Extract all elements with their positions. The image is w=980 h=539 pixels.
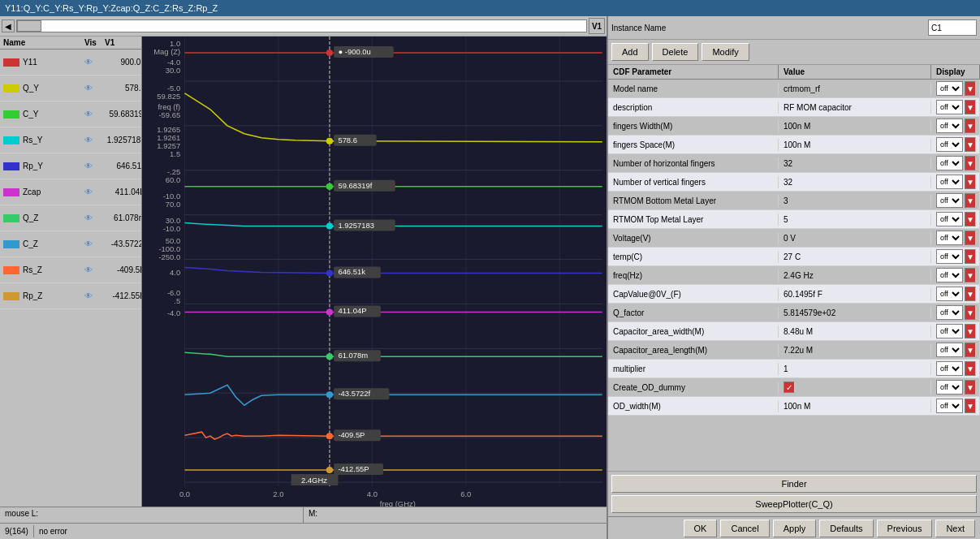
instance-name-input[interactable] <box>928 19 977 36</box>
param-value[interactable]: 5 <box>779 213 931 226</box>
display-dropdown[interactable]: off on <box>936 287 963 301</box>
red-dropdown-arrow[interactable]: ▼ <box>965 324 976 338</box>
display-dropdown[interactable]: off on <box>936 380 963 395</box>
previous-button[interactable]: Previous <box>877 520 933 537</box>
display-dropdown[interactable]: off on <box>936 361 963 376</box>
legend-visibility[interactable]: 👁 <box>84 58 105 67</box>
display-dropdown[interactable]: off on <box>936 175 963 189</box>
svg-text:-4.0: -4.0 <box>167 310 180 318</box>
display-dropdown[interactable]: off on <box>936 212 963 226</box>
display-dropdown[interactable]: off on <box>936 81 963 96</box>
param-value[interactable]: 32 <box>779 176 931 188</box>
param-value[interactable]: 8.48u M <box>779 326 931 338</box>
legend-visibility[interactable]: 👁 <box>84 110 105 119</box>
bottom-buttons: OK Cancel Apply Defaults Previous Next <box>608 516 980 539</box>
svg-text:1.9257: 1.9257 <box>157 142 180 150</box>
red-dropdown-arrow[interactable]: ▼ <box>965 305 976 320</box>
red-dropdown-arrow[interactable]: ▼ <box>965 137 976 152</box>
param-name: fingers Width(M) <box>608 120 779 132</box>
scrollbar[interactable] <box>16 19 587 32</box>
legend-item-name: C_Y <box>3 110 84 119</box>
param-name: fingers Space(M) <box>608 139 779 151</box>
defaults-button[interactable]: Defaults <box>819 520 873 537</box>
display-dropdown[interactable]: off on <box>936 193 963 208</box>
display-dropdown[interactable]: off on <box>936 137 963 152</box>
legend-item: Q_Z 👁 61.078m <box>0 205 141 231</box>
red-dropdown-arrow[interactable]: ▼ <box>965 249 976 264</box>
legend-visibility[interactable]: 👁 <box>84 213 105 222</box>
display-dropdown[interactable]: off on <box>936 231 963 245</box>
red-dropdown-arrow[interactable]: ▼ <box>965 231 976 245</box>
svg-text:70.0: 70.0 <box>166 201 180 209</box>
display-dropdown[interactable]: off on <box>936 100 963 114</box>
cancel-button[interactable]: Cancel <box>720 520 769 537</box>
param-value[interactable]: 27 C <box>779 251 931 263</box>
red-dropdown-arrow[interactable]: ▼ <box>965 119 976 133</box>
next-button[interactable]: Next <box>935 520 975 537</box>
legend-header: Name Vis V1 <box>0 37 141 50</box>
display-dropdown[interactable]: off on <box>936 268 963 282</box>
legend-visibility[interactable]: 👁 <box>84 84 105 93</box>
red-dropdown-arrow[interactable]: ▼ <box>965 175 976 189</box>
legend-visibility[interactable]: 👁 <box>84 136 105 144</box>
error-count: 9(164) <box>0 525 34 537</box>
param-value[interactable]: 60.1495f F <box>779 288 931 300</box>
delete-button[interactable]: Delete <box>652 43 699 61</box>
add-button[interactable]: Add <box>611 43 649 61</box>
scroll-thumb[interactable] <box>17 20 41 32</box>
red-dropdown-arrow[interactable]: ▼ <box>965 268 976 282</box>
param-value[interactable]: 3 <box>779 195 931 207</box>
display-dropdown[interactable]: off on <box>936 249 963 264</box>
red-dropdown-arrow[interactable]: ▼ <box>965 156 976 170</box>
param-value[interactable]: RF MOM capacitor <box>779 101 931 114</box>
display-dropdown[interactable]: off on <box>936 119 963 133</box>
param-value[interactable]: ✓ <box>779 380 931 395</box>
table-row: fingers Space(M) 100n M off on ▼ <box>608 136 980 154</box>
display-dropdown-cell: off on ▼ <box>931 248 980 265</box>
param-value[interactable]: 2.4G Hz <box>779 270 931 282</box>
param-value[interactable]: 7.22u M <box>779 344 931 356</box>
red-dropdown-arrow[interactable]: ▼ <box>965 212 976 226</box>
param-value[interactable]: 5.814579e+02 <box>779 307 931 319</box>
legend-visibility[interactable]: 👁 <box>84 162 105 170</box>
apply-button[interactable]: Apply <box>773 520 817 537</box>
sweep-plotter-button[interactable]: SweepPlotter(C_Q) <box>611 495 977 513</box>
svg-text:-.25: -.25 <box>167 168 180 176</box>
svg-text:61.078m: 61.078m <box>338 352 368 360</box>
ok-button[interactable]: OK <box>684 520 718 537</box>
modify-button[interactable]: Modify <box>702 43 749 61</box>
svg-text:-412.55P: -412.55P <box>338 465 369 473</box>
param-value[interactable]: 1 <box>779 363 931 375</box>
red-dropdown-arrow[interactable]: ▼ <box>965 193 976 208</box>
param-value[interactable]: 100n M <box>779 400 931 412</box>
red-dropdown-arrow[interactable]: ▼ <box>965 361 976 376</box>
red-dropdown-arrow[interactable]: ▼ <box>965 399 976 413</box>
legend-visibility[interactable]: 👁 <box>84 239 105 248</box>
display-dropdown[interactable]: off on <box>936 324 963 338</box>
param-value[interactable]: crtmom_rf <box>779 83 931 95</box>
red-dropdown-arrow[interactable]: ▼ <box>965 380 976 395</box>
legend-visibility[interactable]: 👁 <box>84 291 105 300</box>
checkbox-create-od[interactable]: ✓ <box>784 382 795 393</box>
param-value[interactable]: 100n M <box>779 139 931 151</box>
param-value[interactable]: 100n M <box>779 120 931 132</box>
red-dropdown-arrow[interactable]: ▼ <box>965 100 976 114</box>
param-value[interactable]: 32 <box>779 157 931 170</box>
scroll-left-arrow[interactable]: ◀ <box>2 19 15 32</box>
display-dropdown-cell: off on ▼ <box>931 117 980 135</box>
param-value[interactable]: 0 V <box>779 232 931 244</box>
display-dropdown[interactable]: off on <box>936 156 963 170</box>
legend-color-swatch <box>3 292 19 300</box>
display-dropdown[interactable]: off on <box>936 343 963 357</box>
red-dropdown-arrow[interactable]: ▼ <box>965 343 976 357</box>
red-dropdown-arrow[interactable]: ▼ <box>965 287 976 301</box>
svg-text:-10.0: -10.0 <box>163 225 181 233</box>
chart-area[interactable]: 1.0 Mag (Z) -4.0 30.0 -5.0 59.825 freq (… <box>142 37 607 507</box>
display-dropdown[interactable]: off on <box>936 305 963 320</box>
legend-visibility[interactable]: 👁 <box>84 188 105 196</box>
display-dropdown[interactable]: off on <box>936 399 963 413</box>
finder-button[interactable]: Finder <box>611 475 977 493</box>
legend-visibility[interactable]: 👁 <box>84 265 105 274</box>
red-dropdown-arrow[interactable]: ▼ <box>965 81 976 96</box>
table-row: Create_OD_dummy ✓ off on ▼ <box>608 378 980 397</box>
